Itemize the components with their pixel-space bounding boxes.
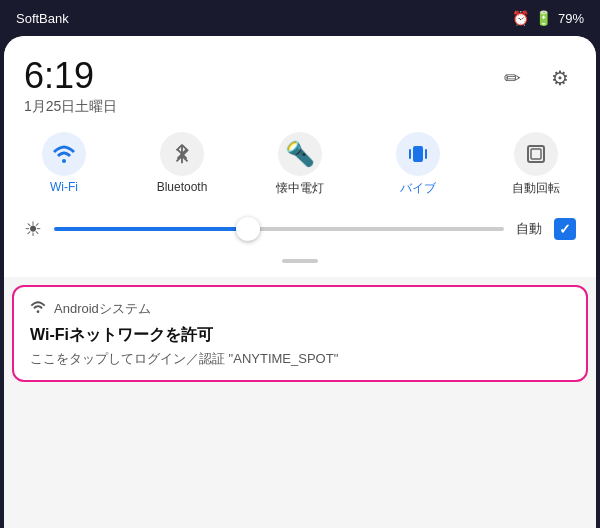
notification-app-name: Androidシステム: [54, 300, 151, 318]
bluetooth-tile-icon: [160, 132, 204, 176]
svg-rect-3: [409, 149, 411, 159]
svg-rect-4: [425, 149, 427, 159]
current-time: 6:19: [24, 56, 117, 96]
vibrate-tile-label: バイブ: [400, 180, 436, 197]
tile-vibrate[interactable]: バイブ: [378, 132, 458, 197]
brightness-auto-checkbox[interactable]: [554, 218, 576, 240]
brightness-thumb: [236, 217, 260, 241]
bottom-area: [4, 390, 596, 528]
brightness-auto-label: 自動: [516, 220, 542, 238]
notification-header: Androidシステム: [30, 299, 570, 319]
flashlight-tile-icon: 🔦: [278, 132, 322, 176]
notification-body: ここをタップしてログイン／認証 "ANYTIME_SPOT": [30, 350, 570, 368]
notification-card[interactable]: Androidシステム Wi-Fiネットワークを許可 ここをタップしてログイン／…: [12, 285, 588, 382]
qs-header: 6:19 1月25日土曜日 ✏ ⚙: [24, 56, 576, 116]
alarm-icon: ⏰: [512, 10, 529, 26]
status-right: ⏰ 🔋 79%: [512, 10, 584, 26]
handle-bar: [24, 253, 576, 265]
brightness-slider[interactable]: [54, 213, 504, 245]
brightness-icon: ☀: [24, 217, 42, 241]
vibrate-tile-icon: [396, 132, 440, 176]
qs-tiles: Wi-Fi Bluetooth 🔦 懐中電灯: [24, 132, 576, 197]
svg-rect-6: [531, 149, 541, 159]
carrier-label: SoftBank: [16, 11, 69, 26]
svg-point-7: [37, 310, 40, 313]
tile-wifi[interactable]: Wi-Fi: [24, 132, 104, 197]
qs-header-icons: ✏ ⚙: [496, 62, 576, 94]
quick-settings: 6:19 1月25日土曜日 ✏ ⚙ Wi-Fi: [4, 36, 596, 277]
tile-autorotate[interactable]: 自動回転: [496, 132, 576, 197]
brightness-track: [54, 227, 504, 231]
bluetooth-tile-label: Bluetooth: [157, 180, 208, 194]
flashlight-tile-label: 懐中電灯: [276, 180, 324, 197]
settings-button[interactable]: ⚙: [544, 62, 576, 94]
tile-bluetooth[interactable]: Bluetooth: [142, 132, 222, 197]
status-bar: SoftBank ⏰ 🔋 79%: [0, 0, 600, 36]
handle-line: [282, 259, 318, 263]
notification-app-icon: [30, 299, 46, 319]
current-date: 1月25日土曜日: [24, 98, 117, 116]
wifi-tile-icon: [42, 132, 86, 176]
brightness-row: ☀ 自動: [24, 213, 576, 245]
notification-title: Wi-Fiネットワークを許可: [30, 325, 570, 346]
time-date-block: 6:19 1月25日土曜日: [24, 56, 117, 116]
wifi-tile-label: Wi-Fi: [50, 180, 78, 194]
battery-percent: 79%: [558, 11, 584, 26]
notification-panel: 6:19 1月25日土曜日 ✏ ⚙ Wi-Fi: [4, 36, 596, 528]
svg-point-0: [62, 159, 66, 163]
edit-button[interactable]: ✏: [496, 62, 528, 94]
tile-flashlight[interactable]: 🔦 懐中電灯: [260, 132, 340, 197]
autorotate-tile-icon: [514, 132, 558, 176]
svg-rect-2: [413, 146, 423, 162]
autorotate-tile-label: 自動回転: [512, 180, 560, 197]
battery-icon: 🔋: [535, 10, 552, 26]
